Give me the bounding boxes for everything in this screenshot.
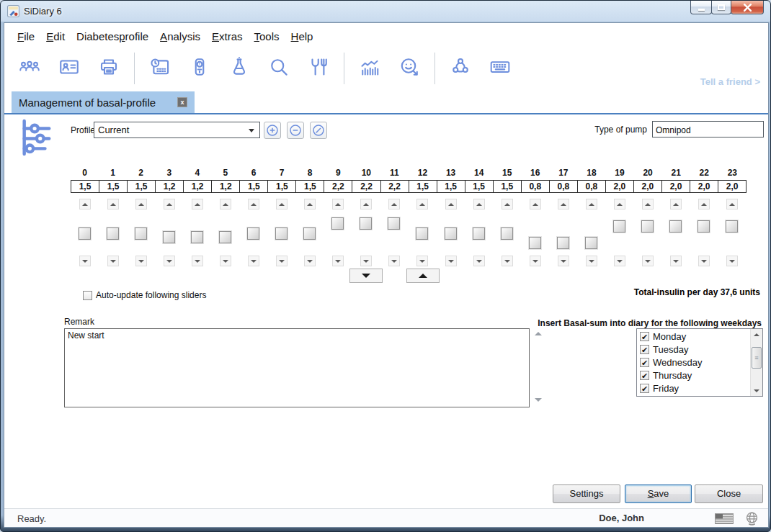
basal-value-cell[interactable]: 2,2 [352, 180, 380, 193]
basal-value-cell[interactable]: 1,5 [409, 180, 437, 193]
slider-up-button[interactable] [304, 199, 316, 209]
toolbar-button-share-network[interactable] [448, 55, 473, 81]
close-button[interactable]: Close [695, 484, 763, 503]
slider-thumb[interactable] [219, 231, 231, 243]
slider-down-button[interactable] [388, 256, 400, 266]
weekday-checkbox[interactable]: ✔ [640, 384, 649, 393]
basal-value-cell[interactable]: 1,5 [267, 180, 296, 193]
settings-button[interactable]: Settings [553, 484, 620, 503]
slider-thumb[interactable] [669, 220, 682, 233]
weekday-checkbox[interactable]: ✔ [640, 345, 649, 354]
toolbar-button-printer[interactable] [97, 55, 121, 81]
title-bar[interactable]: SiDiary 6 [1, 1, 770, 22]
slider-up-button[interactable] [416, 199, 428, 209]
slider-down-button[interactable] [135, 256, 147, 266]
slider-down-button[interactable] [248, 256, 259, 266]
slider-thumb[interactable] [585, 237, 597, 249]
basal-value-cell[interactable]: 2,0 [690, 180, 718, 193]
menu-item-edit[interactable]: Edit [40, 30, 71, 42]
scrollbar-thumb[interactable]: ≡ [752, 347, 762, 369]
weekday-checkbox[interactable]: ✔ [640, 371, 649, 380]
profile-select[interactable]: Current [94, 122, 260, 138]
weekday-row-friday[interactable]: ✔Friday [638, 382, 749, 395]
add-profile-button[interactable] [264, 122, 281, 139]
slider-thumb[interactable] [529, 237, 541, 249]
close-button[interactable] [731, 1, 764, 14]
tab-close-icon[interactable]: x [177, 97, 187, 107]
toolbar-button-search[interactable] [267, 55, 291, 81]
weekday-checkbox[interactable]: ✔ [640, 358, 649, 367]
slider-up-button[interactable] [502, 199, 513, 209]
basal-value-cell[interactable]: 1,5 [71, 180, 99, 193]
basal-value-cell[interactable]: 0,8 [577, 180, 606, 193]
toolbar-button-statistics[interactable] [357, 55, 382, 81]
slider-thumb[interactable] [613, 220, 625, 233]
weekday-row-wednesday[interactable]: ✔Wednesday [638, 356, 749, 369]
slider-down-button[interactable] [698, 256, 710, 266]
menu-item-extras[interactable]: Extras [206, 30, 249, 42]
menu-item-help[interactable]: Help [285, 30, 319, 42]
scroll-up-button[interactable] [751, 329, 762, 340]
basal-value-cell[interactable]: 1,2 [183, 180, 212, 193]
slider-thumb[interactable] [501, 227, 513, 240]
slider-up-button[interactable] [530, 199, 541, 209]
remark-textarea[interactable]: New start [64, 328, 530, 407]
basal-value-cell[interactable]: 2,0 [661, 180, 690, 193]
slider-down-button[interactable] [416, 256, 428, 266]
slider-thumb[interactable] [163, 231, 175, 243]
toolbar-button-calendar-clock[interactable] [148, 55, 172, 81]
remark-scroll-down-button[interactable] [535, 398, 542, 402]
slider-down-button[interactable] [332, 256, 344, 266]
basal-value-cell[interactable]: 1,5 [239, 180, 268, 193]
basal-value-cell[interactable]: 2,0 [718, 180, 747, 193]
us-flag-icon[interactable] [715, 513, 734, 527]
slider-down-button[interactable] [107, 256, 119, 266]
basal-scroll-down-button[interactable] [349, 269, 383, 283]
slider-up-button[interactable] [726, 199, 738, 209]
slider-up-button[interactable] [473, 199, 485, 209]
slider-thumb[interactable] [641, 220, 654, 233]
slider-thumb[interactable] [331, 217, 344, 230]
slider-down-button[interactable] [530, 256, 541, 266]
slider-thumb[interactable] [557, 237, 569, 249]
slider-thumb[interactable] [247, 227, 259, 240]
slider-thumb[interactable] [416, 227, 428, 240]
slider-thumb[interactable] [275, 227, 288, 240]
slider-up-button[interactable] [360, 199, 372, 209]
weekday-checkbox[interactable]: ✔ [640, 332, 649, 341]
slider-down-button[interactable] [558, 256, 569, 266]
slider-up-button[interactable] [248, 199, 259, 209]
slider-down-button[interactable] [276, 256, 288, 266]
weekday-row-tuesday[interactable]: ✔Tuesday [638, 343, 749, 356]
toolbar-button-smiley-share[interactable] [397, 55, 422, 81]
slider-down-button[interactable] [726, 256, 738, 266]
slider-down-button[interactable] [502, 256, 513, 266]
slider-down-button[interactable] [360, 256, 372, 266]
basal-value-cell[interactable]: 2,0 [633, 180, 662, 193]
slider-thumb[interactable] [360, 217, 372, 230]
slider-down-button[interactable] [220, 256, 231, 266]
slider-thumb[interactable] [79, 227, 91, 240]
slider-up-button[interactable] [388, 199, 400, 209]
weekdays-scrollbar[interactable]: ≡ [750, 329, 762, 396]
toolbar-button-lab-flask[interactable] [227, 55, 251, 81]
toolbar-button-keyboard[interactable] [488, 55, 512, 81]
slider-up-button[interactable] [698, 199, 710, 209]
scroll-down-button[interactable] [751, 385, 762, 396]
slider-up-button[interactable] [332, 199, 344, 209]
remark-scroll-up-button[interactable] [535, 332, 542, 335]
slider-up-button[interactable] [276, 199, 288, 209]
weekday-row-thursday[interactable]: ✔Thursday [638, 369, 749, 382]
slider-thumb[interactable] [473, 227, 485, 240]
menu-item-tools[interactable]: Tools [249, 30, 285, 42]
basal-value-cell[interactable]: 0,8 [521, 180, 550, 193]
slider-thumb[interactable] [388, 217, 400, 230]
auto-update-checkbox[interactable] [83, 291, 92, 300]
slider-up-button[interactable] [135, 199, 147, 209]
slider-down-button[interactable] [614, 256, 625, 266]
slider-up-button[interactable] [586, 199, 597, 209]
slider-up-button[interactable] [445, 199, 457, 209]
basal-value-cell[interactable]: 1,5 [493, 180, 522, 193]
basal-value-cell[interactable]: 2,2 [380, 180, 409, 193]
menu-item-diabetesprofile[interactable]: Diabetesprofile [71, 30, 154, 42]
